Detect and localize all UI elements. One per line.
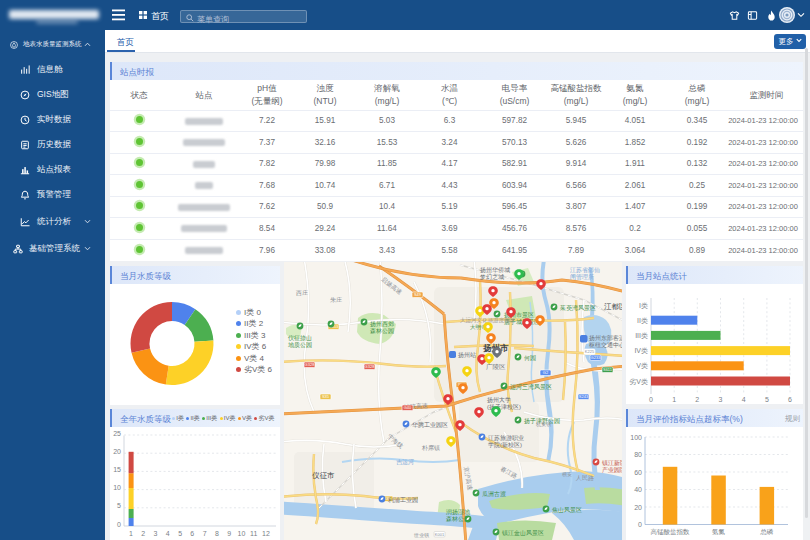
svg-text:9: 9 bbox=[227, 530, 231, 537]
svg-text:茱萸湾风景区: 茱萸湾风景区 bbox=[560, 304, 596, 312]
svg-text:劣V类: 劣V类 bbox=[629, 378, 648, 386]
svg-text:润扬湿地: 润扬湿地 bbox=[446, 508, 471, 516]
svg-text:高锰酸盐指数: 高锰酸盐指数 bbox=[651, 528, 691, 536]
svg-text:8: 8 bbox=[215, 530, 219, 537]
svg-text:焦山风景区: 焦山风景区 bbox=[552, 506, 582, 514]
svg-text:12: 12 bbox=[262, 530, 270, 537]
svg-text:吉运河: 吉运河 bbox=[396, 459, 414, 466]
svg-text:S243: S243 bbox=[579, 394, 589, 399]
svg-text:0: 0 bbox=[649, 396, 653, 403]
svg-text:总磷: 总磷 bbox=[759, 528, 774, 535]
svg-text:镇江新区: 镇江新区 bbox=[601, 459, 622, 466]
svg-text:华腾工业园区: 华腾工业园区 bbox=[412, 421, 448, 429]
svg-text:1: 1 bbox=[672, 396, 676, 403]
svg-text:S611: S611 bbox=[603, 367, 613, 372]
svg-text:IV类: IV类 bbox=[634, 347, 648, 354]
svg-text:横安: 横安 bbox=[562, 471, 572, 477]
svg-text:20: 20 bbox=[634, 504, 642, 511]
svg-text:40: 40 bbox=[634, 486, 642, 493]
svg-text:枢纽交通中心: 枢纽交通中心 bbox=[589, 341, 622, 348]
svg-text:15: 15 bbox=[113, 466, 121, 473]
svg-text:11: 11 bbox=[250, 530, 257, 537]
svg-text:扬州大学: 扬州大学 bbox=[487, 396, 511, 404]
svg-text:仪征市: 仪征市 bbox=[312, 471, 335, 480]
svg-text:扬州华侨城: 扬州华侨城 bbox=[480, 267, 510, 274]
svg-text:6: 6 bbox=[190, 530, 194, 537]
svg-text:江苏旅游职业: 江苏旅游职业 bbox=[488, 434, 524, 442]
svg-text:瓜洲古渡: 瓜洲古渡 bbox=[482, 490, 506, 498]
svg-text:4: 4 bbox=[166, 530, 170, 537]
svg-text:20: 20 bbox=[113, 448, 121, 455]
svg-text:S49: S49 bbox=[414, 292, 422, 297]
svg-text:3: 3 bbox=[719, 396, 723, 403]
svg-text:K001: K001 bbox=[435, 532, 445, 537]
svg-text:5: 5 bbox=[117, 502, 121, 509]
svg-text:朱庄: 朱庄 bbox=[330, 296, 342, 303]
svg-text:何园: 何园 bbox=[524, 355, 536, 362]
svg-text:森林公园: 森林公园 bbox=[370, 328, 394, 335]
svg-text:G328: G328 bbox=[305, 362, 316, 367]
svg-text:江苏省邵仙: 江苏省邵仙 bbox=[570, 266, 600, 274]
svg-text:I类: I类 bbox=[639, 302, 648, 309]
svg-text:1: 1 bbox=[129, 530, 133, 537]
svg-text:利浦工业园: 利浦工业园 bbox=[387, 496, 418, 504]
svg-text:氨氮: 氨氮 bbox=[712, 528, 726, 535]
svg-text:江都区: 江都区 bbox=[604, 302, 622, 311]
svg-text:闸管理所: 闸管理所 bbox=[570, 273, 594, 281]
svg-text:0: 0 bbox=[117, 521, 121, 528]
svg-text:杭集镇: 杭集镇 bbox=[535, 421, 551, 428]
svg-text:产业园区: 产业园区 bbox=[602, 466, 622, 474]
svg-text:G2: G2 bbox=[543, 370, 549, 375]
svg-text:III类: III类 bbox=[635, 332, 648, 339]
svg-text:扬州西郊: 扬州西郊 bbox=[370, 321, 394, 328]
svg-text:G40: G40 bbox=[404, 405, 412, 410]
svg-text:2: 2 bbox=[141, 530, 145, 537]
svg-text:II类: II类 bbox=[637, 317, 648, 324]
svg-text:运河三湾风景区: 运河三湾风景区 bbox=[510, 383, 552, 391]
svg-text:人民路: 人民路 bbox=[575, 475, 594, 482]
svg-text:S35: S35 bbox=[322, 394, 330, 399]
svg-text:广陵区: 广陵区 bbox=[486, 363, 506, 370]
svg-text:80: 80 bbox=[634, 451, 642, 458]
svg-text:4: 4 bbox=[742, 396, 746, 403]
svg-text:100: 100 bbox=[630, 434, 642, 441]
svg-text:0: 0 bbox=[638, 521, 642, 528]
svg-text:2: 2 bbox=[695, 396, 699, 403]
svg-text:V类: V类 bbox=[636, 362, 648, 369]
svg-text:地质公园: 地质公园 bbox=[288, 342, 312, 349]
svg-text:10: 10 bbox=[113, 484, 121, 491]
svg-text:7: 7 bbox=[203, 530, 207, 537]
svg-text:仪征捺山: 仪征捺山 bbox=[288, 334, 312, 342]
svg-text:6: 6 bbox=[788, 396, 792, 403]
svg-text:5: 5 bbox=[765, 396, 769, 403]
svg-text:K225: K225 bbox=[585, 349, 595, 354]
svg-text:梦幻之城: 梦幻之城 bbox=[479, 273, 504, 281]
svg-text:朴席镇: 朴席镇 bbox=[421, 444, 440, 451]
svg-text:5: 5 bbox=[178, 530, 182, 537]
svg-text:3: 3 bbox=[154, 530, 158, 537]
svg-text:G328: G328 bbox=[365, 364, 376, 369]
svg-text:G233: G233 bbox=[591, 355, 602, 360]
svg-text:扬州东部客运: 扬州东部客运 bbox=[589, 334, 622, 342]
svg-text:西庄: 西庄 bbox=[296, 289, 308, 297]
svg-text:10: 10 bbox=[238, 530, 246, 537]
svg-text:世业镇: 世业镇 bbox=[413, 532, 429, 538]
svg-text:镇江金山风景区: 镇江金山风景区 bbox=[501, 529, 544, 536]
svg-text:60: 60 bbox=[634, 469, 642, 476]
svg-text:扬州站: 扬州站 bbox=[458, 352, 476, 359]
svg-text:学院(新校区): 学院(新校区) bbox=[488, 441, 522, 449]
svg-text:25: 25 bbox=[113, 430, 121, 437]
